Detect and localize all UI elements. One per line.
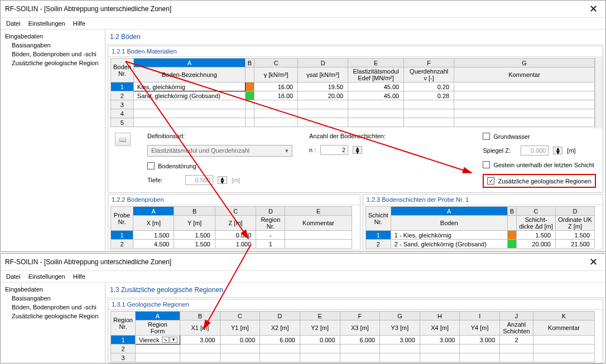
- menu-file[interactable]: Datei: [6, 273, 21, 280]
- checkbox-bodenstoerung[interactable]: Bodenstörung: [147, 162, 292, 169]
- picker-icon[interactable]: ↘: [162, 337, 169, 343]
- checkbox-grundwasser[interactable]: Grundwasser: [483, 133, 596, 140]
- window-title: RF-SOILIN - [Soilin Abtreppung unterschi…: [5, 5, 171, 13]
- dropdown-definitionsart[interactable]: Elastizitätsmodul und Querdehnzahl▾: [147, 145, 292, 157]
- scrollbar[interactable]: [595, 56, 603, 129]
- table-row[interactable]: 4: [111, 109, 595, 118]
- menu-settings[interactable]: Einstellungen: [28, 20, 65, 27]
- subsection-title-proben: 1.2.2 Bodenproben: [108, 195, 360, 205]
- sidebar-item-boeden[interactable]: Böden, Bodenproben und -schi: [2, 303, 104, 312]
- subsection-title-regionen: 1.3.1 Geologische Regionen: [108, 299, 603, 310]
- menu-help[interactable]: Hilfe: [73, 273, 85, 280]
- sidebar-item-zusatz-regionen[interactable]: Zusätzliche geologische Region: [2, 59, 104, 67]
- label-spiegel: Spiegel Z:: [483, 147, 516, 154]
- table-row[interactable]: 1 Kies, gleichkörnig 16.00 19.50 45.00 0…: [111, 82, 595, 91]
- table-regionen[interactable]: Region Nr. A B C D E F G H I J K R: [110, 311, 595, 362]
- col-nr: Boden Nr.: [111, 59, 134, 82]
- sidebar: Eingabedaten Basisangaben Böden, Bodenpr…: [1, 283, 105, 364]
- subsection-title-materials: 1.2.1 Boden-Materialien: [108, 46, 603, 57]
- sidebar-item-basisangaben[interactable]: Basisangaben: [2, 294, 104, 303]
- input-spiegel[interactable]: 0.000: [521, 145, 549, 156]
- stepper-n[interactable]: ▲▼: [353, 146, 362, 154]
- table-schichten[interactable]: Schicht Nr. A B C D Boden Schicht- dicke…: [365, 206, 595, 249]
- close-icon[interactable]: ✕: [586, 256, 601, 268]
- section-title: 1.3 Zusätzliche geologische Regionen: [105, 283, 605, 298]
- sidebar-item-zusatz-regionen[interactable]: Zusätzliche geologische Region: [2, 312, 104, 321]
- menubar: Datei Einstellungen Hilfe: [1, 271, 605, 283]
- table-row[interactable]: 2 2 - Sand, gleichkörnig (Grobsand) 20.0…: [365, 240, 594, 249]
- table-row[interactable]: 2: [111, 344, 595, 353]
- stepper-spiegel[interactable]: ▲▼: [553, 147, 562, 154]
- table-row[interactable]: 1 Viereck ▼ ↘ 3.000 0.000 6.000 0.000 6.…: [111, 336, 595, 344]
- stepper-tiefe[interactable]: ▲▼: [218, 176, 227, 184]
- label-anzahl: Anzahl der Bodenschichten:: [309, 133, 386, 139]
- sidebar-item-basisangaben[interactable]: Basisangaben: [2, 41, 104, 50]
- label-definitionsart: Definitionsart:: [147, 133, 185, 139]
- checkbox-gestein[interactable]: Gestein unterhalb der letzten Schicht: [483, 161, 596, 168]
- titlebar: RF-SOILIN - [Soilin Abtreppung unterschi…: [1, 1, 605, 18]
- menu-file[interactable]: Datei: [6, 20, 21, 27]
- window-title: RF-SOILIN - [Soilin Abtreppung unterschi…: [5, 258, 171, 266]
- close-icon[interactable]: ✕: [586, 3, 601, 15]
- library-button[interactable]: 📖: [115, 133, 131, 146]
- sidebar: Eingabedaten Basisangaben Böden, Bodenpr…: [1, 30, 105, 253]
- sidebar-item-boeden[interactable]: Böden, Bodenproben und -schi: [2, 50, 104, 59]
- section-title: 1.2 Böden: [105, 30, 605, 45]
- menu-help[interactable]: Hilfe: [73, 20, 85, 27]
- table-row[interactable]: 1 1 - Kies, gleichkörnig 1.500 1.500: [365, 231, 594, 240]
- input-n[interactable]: 2: [320, 145, 348, 155]
- titlebar: RF-SOILIN - [Soilin Abtreppung unterschi…: [1, 254, 605, 271]
- subsection-title-schichten: 1.2.3 Bodenschichten der Probe Nr. 1: [363, 195, 603, 205]
- checkbox-zusatz-regionen[interactable]: ✓Zusätzliche geologische Regionen: [487, 177, 591, 185]
- table-row[interactable]: 2 4.500 1.500 1.000 1: [111, 240, 352, 249]
- label-n: n :: [309, 147, 316, 153]
- label-tiefe: Tiefe:: [147, 177, 181, 183]
- chevron-down-icon: ▾: [285, 147, 288, 154]
- menu-settings[interactable]: Einstellungen: [28, 273, 65, 280]
- chevron-down-icon[interactable]: ▼: [170, 337, 177, 343]
- table-row[interactable]: 3: [111, 100, 595, 109]
- menubar: Datei Einstellungen Hilfe: [1, 18, 605, 30]
- table-materials[interactable]: Boden Nr. A B C D E F G Boden-Bezeichnun…: [110, 58, 595, 127]
- table-row[interactable]: 1 1.500 1.500 0.000 -: [111, 231, 352, 240]
- sidebar-heading: Eingabedaten: [2, 32, 104, 41]
- table-row[interactable]: 5: [111, 118, 595, 127]
- table-row[interactable]: 2 Sand, gleichkörnig (Grobsand) 18.00 20…: [111, 91, 595, 100]
- input-tiefe[interactable]: 0.500: [185, 175, 213, 185]
- table-row[interactable]: 3: [111, 353, 595, 362]
- table-proben[interactable]: Probe Nr. A B C D E X [m] Y [m] Z [m] Re…: [110, 206, 352, 249]
